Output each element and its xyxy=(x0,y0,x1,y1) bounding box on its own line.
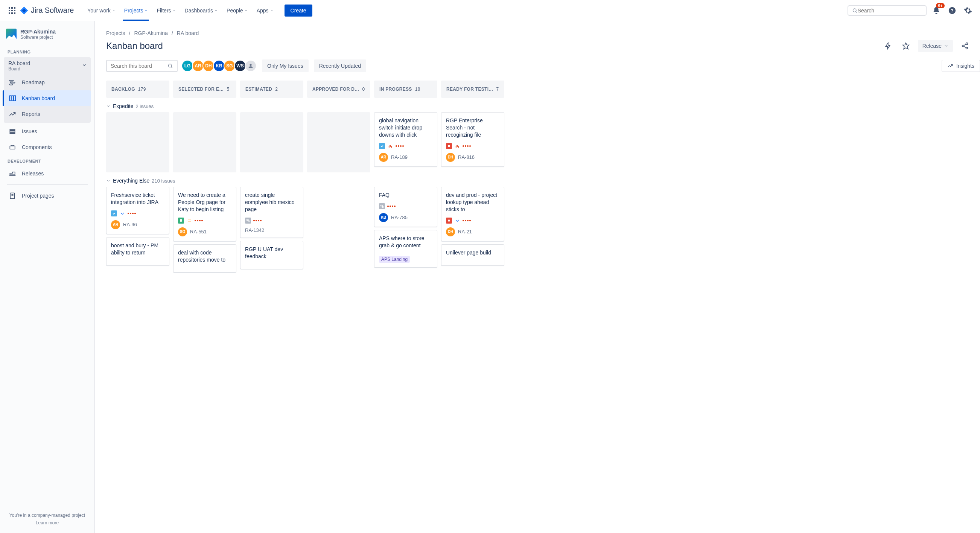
automation-icon[interactable] xyxy=(882,40,894,52)
sidebar-item-project-pages[interactable]: Project pages xyxy=(4,188,91,204)
column-header[interactable]: SELECTED FOR E…5 xyxy=(173,81,236,98)
board-search-input[interactable] xyxy=(111,63,167,69)
section-development: DEVELOPMENT xyxy=(4,155,91,165)
share-icon[interactable] xyxy=(959,40,971,52)
card-assignee-avatar: DH xyxy=(446,228,455,236)
issue-type-icon xyxy=(245,218,251,224)
nav-item-apps[interactable]: Apps xyxy=(252,1,278,20)
sidebar-board-expand[interactable]: RA board Board xyxy=(4,57,91,75)
priority-highest-icon xyxy=(454,143,460,149)
empty-cell[interactable] xyxy=(173,112,236,172)
global-search-input[interactable] xyxy=(858,8,922,14)
star-icon[interactable] xyxy=(900,40,912,52)
release-button[interactable]: Release xyxy=(918,40,953,52)
issue-card[interactable]: FAQKBRA-785 xyxy=(374,187,438,227)
breadcrumb-item[interactable]: RGP-Akumina xyxy=(134,30,167,36)
app-switcher-icon[interactable] xyxy=(6,5,18,17)
issue-card[interactable]: We need to create a People Org page for … xyxy=(173,187,236,241)
card-title: dev and prod - project lookup type ahead… xyxy=(446,192,500,213)
page-title: Kanban board xyxy=(106,41,163,51)
insights-button[interactable]: Insights xyxy=(942,60,980,72)
nav-item-people[interactable]: People xyxy=(222,1,252,20)
empty-cell[interactable] xyxy=(307,112,370,172)
issue-card[interactable]: RGP Enterprise Search - not recoginzing … xyxy=(441,112,504,167)
jira-logo[interactable]: Jira Software xyxy=(19,6,74,15)
svg-rect-7 xyxy=(11,13,13,14)
issue-card[interactable]: create single eomplyee hib mexico pageRA… xyxy=(240,187,303,238)
sidebar-item-roadmap[interactable]: Roadmap xyxy=(4,75,91,90)
recently-updated-button[interactable]: Recently Updated xyxy=(314,59,366,72)
column-header[interactable]: IN PROGRESS18 xyxy=(374,81,438,98)
settings-icon[interactable] xyxy=(962,5,974,17)
svg-rect-8 xyxy=(14,13,16,14)
svg-text:?: ? xyxy=(951,8,954,13)
svg-rect-15 xyxy=(10,84,13,85)
empty-cell[interactable] xyxy=(106,112,169,172)
dots-indicator xyxy=(463,145,471,147)
column-header[interactable]: APPROVED FOR D…0 xyxy=(307,81,370,98)
create-button[interactable]: Create xyxy=(285,5,312,17)
issue-card[interactable]: global navigation switch initiate drop d… xyxy=(374,112,438,167)
project-type: Software project xyxy=(20,35,56,40)
pages-icon xyxy=(8,192,17,200)
svg-rect-41 xyxy=(381,205,382,206)
nav-item-your-work[interactable]: Your work xyxy=(83,1,120,20)
issue-card[interactable]: RGP U UAT dev feedback xyxy=(240,241,303,269)
svg-rect-6 xyxy=(9,13,10,14)
priority-low-icon xyxy=(119,210,125,216)
sidebar-item-reports[interactable]: Reports xyxy=(4,106,91,122)
card-title: We need to create a People Org page for … xyxy=(178,192,231,213)
issue-card[interactable]: dev and prod - project lookup type ahead… xyxy=(441,187,504,241)
swimlane-expedite[interactable]: Expedite 2 issues xyxy=(106,103,980,109)
sidebar-item-issues[interactable]: Issues xyxy=(4,124,91,139)
issue-card[interactable]: deal with code repositories move to xyxy=(173,244,236,273)
sidebar-item-kanban[interactable]: Kanban board xyxy=(3,90,91,106)
breadcrumb-item[interactable]: RA board xyxy=(177,30,199,36)
breadcrumb-item[interactable]: Projects xyxy=(106,30,125,36)
nav-item-filters[interactable]: Filters xyxy=(152,1,180,20)
only-my-issues-button[interactable]: Only My Issues xyxy=(262,59,309,72)
card-assignee-avatar: AR xyxy=(379,153,388,162)
board-icon xyxy=(8,94,17,102)
svg-marker-27 xyxy=(902,43,909,49)
sidebar-item-components[interactable]: Components xyxy=(4,139,91,155)
issue-card[interactable]: Unilever page build xyxy=(441,244,504,266)
help-icon[interactable]: ? xyxy=(946,5,958,17)
column-header[interactable]: READY FOR TESTI…7 xyxy=(441,81,504,98)
issue-type-icon xyxy=(379,143,385,149)
project-icon xyxy=(6,29,17,39)
nav-item-projects[interactable]: Projects xyxy=(120,1,153,20)
issue-type-icon xyxy=(379,203,385,209)
svg-rect-42 xyxy=(382,206,383,207)
issue-card[interactable]: APS where to store grab & go contentAPS … xyxy=(374,230,438,267)
board-search[interactable] xyxy=(106,60,178,72)
sidebar: RGP-Akumina Software project PLANNING RA… xyxy=(0,21,95,533)
card-title: boost and bury - PM – ability to return xyxy=(111,242,164,256)
card-assignee-avatar: AR xyxy=(111,220,120,229)
top-nav: Jira Software Your workProjectsFiltersDa… xyxy=(0,0,980,21)
svg-line-32 xyxy=(964,46,966,48)
svg-point-28 xyxy=(966,43,968,45)
roadmap-icon xyxy=(8,78,17,87)
svg-point-9 xyxy=(853,9,856,12)
global-search[interactable] xyxy=(848,5,927,16)
card-title: Unilever page build xyxy=(446,249,500,256)
issue-type-icon xyxy=(111,210,117,216)
issues-icon xyxy=(8,127,17,135)
issue-key: RA-1342 xyxy=(245,228,264,233)
nav-item-dashboards[interactable]: Dashboards xyxy=(180,1,223,20)
empty-cell[interactable] xyxy=(240,112,303,172)
column-header[interactable]: ESTIMATED2 xyxy=(240,81,303,98)
sidebar-item-releases[interactable]: Releases xyxy=(4,165,91,181)
card-title: FAQ xyxy=(379,192,433,199)
notifications-icon[interactable]: 9+ xyxy=(930,5,942,17)
learn-more-link[interactable]: Learn more xyxy=(8,520,87,525)
issue-card[interactable]: Freshservice ticket integration into JIR… xyxy=(106,187,169,234)
add-people-icon[interactable] xyxy=(245,60,257,72)
column-header[interactable]: BACKLOG179 xyxy=(106,81,169,98)
project-header[interactable]: RGP-Akumina Software project xyxy=(4,29,91,46)
svg-rect-20 xyxy=(10,131,15,132)
svg-point-29 xyxy=(963,45,964,47)
issue-card[interactable]: boost and bury - PM – ability to return xyxy=(106,237,169,266)
swimlane-everything-else[interactable]: Everything Else 210 issues xyxy=(106,178,980,184)
